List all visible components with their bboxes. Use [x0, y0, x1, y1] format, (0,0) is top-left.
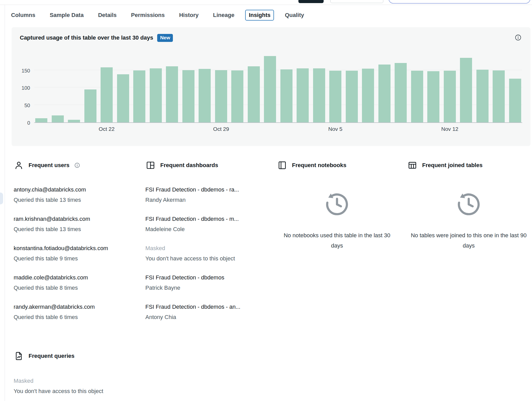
empty-state-text: No notebooks used this table in the last… — [277, 230, 397, 251]
usage-bar — [493, 70, 505, 122]
top-cutoff-controls — [0, 0, 532, 5]
section-title: Frequent joined tables — [422, 162, 483, 169]
frequent-dashboards-header: Frequent dashboards — [145, 158, 270, 172]
notebook-icon — [277, 160, 287, 170]
dashboard-link[interactable]: FSI Fraud Detection - dbdemos - ra... — [145, 185, 270, 195]
list-item: Masked You don't have access to this obj… — [145, 243, 270, 264]
frequent-queries-header: Frequent queries — [14, 349, 245, 363]
search-input-fragment[interactable] — [388, 0, 530, 4]
tab-quality[interactable]: Quality — [281, 10, 308, 21]
usage-bar — [509, 79, 521, 122]
masked-label: Masked — [145, 243, 270, 253]
y-axis-tick: 100 — [22, 85, 30, 90]
user-icon — [14, 160, 24, 170]
query-file-icon — [14, 351, 24, 361]
usage-bar — [150, 68, 162, 122]
usage-bar — [313, 68, 325, 122]
tab-history[interactable]: History — [175, 10, 202, 21]
dashboard-icon — [145, 160, 156, 170]
frequent-joined-tables-section: Frequent joined tables No tables were jo… — [407, 158, 530, 331]
usage-bar — [215, 70, 227, 122]
usage-panel-header: Captured usage of this table over the la… — [20, 34, 522, 42]
frequent-users-section: Frequent users antony.chia@databricks.co… — [14, 158, 145, 331]
dashboard-owner: Patrick Bayne — [145, 283, 270, 293]
user-email: antony.chia@databricks.com — [14, 185, 138, 195]
x-axis-tick: Oct 29 — [213, 126, 229, 132]
table-insights-screen: Columns Sample Data Details Permissions … — [0, 0, 532, 401]
frequent-users-list: antony.chia@databricks.com Queried this … — [14, 185, 138, 322]
list-item: FSI Fraud Detection - dbdemos - an... An… — [145, 302, 270, 322]
usage-bar — [101, 67, 113, 122]
masked-description: You don't have access to this object — [14, 386, 245, 396]
list-item: FSI Fraud Detection - dbdemos - ra... Ra… — [145, 185, 270, 205]
y-axis-tick: 50 — [24, 103, 30, 108]
tab-permissions[interactable]: Permissions — [127, 10, 168, 21]
dashboard-link[interactable]: FSI Fraud Detection - dbdemos - an... — [145, 302, 270, 312]
usage-bar — [199, 69, 211, 122]
usage-panel-title: Captured usage of this table over the la… — [20, 34, 153, 41]
usage-bar — [264, 56, 276, 122]
frequent-queries-section: Frequent queries Masked You don't have a… — [14, 349, 245, 401]
frequent-users-header: Frequent users — [14, 158, 138, 172]
dropdown-fragment[interactable] — [330, 0, 383, 3]
usage-bar — [297, 68, 309, 122]
list-item: Masked You don't have access to this obj… — [14, 376, 245, 396]
primary-action-button-fragment[interactable] — [298, 0, 324, 3]
info-icon[interactable] — [74, 162, 80, 168]
history-clock-icon — [456, 191, 482, 217]
tab-lineage[interactable]: Lineage — [209, 10, 238, 21]
x-axis-tick: Oct 22 — [99, 126, 115, 132]
tab-insights[interactable]: Insights — [245, 10, 274, 21]
list-item: randy.akerman@databricks.com Queried thi… — [14, 302, 138, 322]
usage-bar — [427, 71, 439, 122]
user-email: maddie.cole@databricks.com — [14, 272, 138, 283]
info-icon[interactable] — [515, 34, 522, 41]
chart-x-labels: Oct 22Oct 29Nov 5Nov 12 — [34, 123, 522, 136]
chart-plot — [34, 53, 522, 123]
section-title: Frequent users — [29, 162, 69, 169]
dashboard-link[interactable]: FSI Fraud Detection - dbdemos — [145, 272, 270, 283]
usage-bar — [68, 120, 80, 122]
frequent-queries-list: Masked You don't have access to this obj… — [14, 376, 245, 401]
list-item: antony.chia@databricks.com Queried this … — [14, 185, 138, 205]
user-query-count: Queried this table 9 times — [14, 253, 138, 264]
x-axis-tick: Nov 12 — [441, 126, 458, 132]
list-item: FSI Fraud Detection - dbdemos Patrick Ba… — [145, 272, 270, 293]
usage-panel: Captured usage of this table over the la… — [12, 27, 530, 146]
usage-bar — [84, 89, 96, 122]
frequent-notebooks-section: Frequent notebooks No notebooks used thi… — [277, 158, 407, 331]
usage-bar — [166, 66, 178, 122]
list-item: FSI Fraud Detection - dbdemos - m... Mad… — [145, 214, 270, 234]
tab-columns[interactable]: Columns — [7, 10, 39, 21]
user-email: randy.akerman@databricks.com — [14, 302, 138, 312]
x-axis-tick: Nov 5 — [328, 126, 342, 132]
chart-y-axis: 050100150 — [20, 53, 34, 123]
table-detail-tabs: Columns Sample Data Details Permissions … — [5, 5, 532, 21]
section-title: Frequent notebooks — [292, 162, 346, 169]
usage-bar — [248, 66, 260, 122]
frequent-dashboards-list: FSI Fraud Detection - dbdemos - ra... Ra… — [145, 185, 270, 322]
chart-area: Oct 22Oct 29Nov 5Nov 12 — [34, 53, 522, 136]
usage-bar-chart: 050100150 Oct 22Oct 29Nov 5Nov 12 — [20, 53, 522, 136]
list-item: konstantina.fotiadou@databricks.com Quer… — [14, 243, 138, 264]
dashboard-owner: Antony Chia — [145, 312, 270, 322]
list-item: ram.krishnan@databricks.com Queried this… — [14, 214, 138, 234]
masked-description: You don't have access to this object — [145, 253, 270, 264]
insight-sections: Frequent users antony.chia@databricks.co… — [14, 158, 532, 331]
sidebar-selected-item-fragment[interactable] — [0, 193, 3, 204]
dashboard-owner: Randy Akerman — [145, 195, 270, 205]
masked-label: Masked — [14, 376, 245, 386]
user-query-count: Queried this table 6 times — [14, 312, 138, 322]
section-title: Frequent queries — [29, 353, 74, 359]
user-query-count: Queried this table 13 times — [14, 224, 138, 234]
usage-bar — [280, 69, 292, 122]
y-axis-tick: 0 — [27, 120, 30, 125]
dashboard-owner: Madeleine Cole — [145, 224, 270, 234]
tab-sample-data[interactable]: Sample Data — [46, 10, 87, 21]
dashboard-link[interactable]: FSI Fraud Detection - dbdemos - m... — [145, 214, 270, 224]
tab-details[interactable]: Details — [94, 10, 120, 21]
usage-bar — [346, 71, 358, 122]
user-email: ram.krishnan@databricks.com — [14, 214, 138, 224]
frequent-joined-tables-header: Frequent joined tables — [407, 158, 530, 172]
table-icon — [407, 160, 418, 170]
